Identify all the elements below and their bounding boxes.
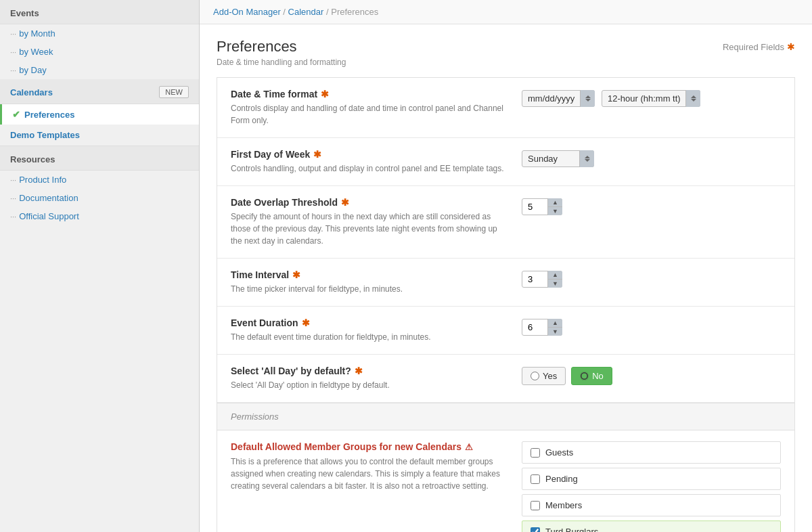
pending-checkbox-row[interactable]: Pending — [522, 468, 781, 490]
event-duration-input-wrapper: ▲ ▼ — [522, 319, 562, 336]
member-groups-label: Default Allowed Member Groups for new Ca… — [231, 441, 508, 452]
pending-checkbox[interactable] — [531, 474, 540, 484]
turd-burglars-checkbox[interactable] — [531, 527, 540, 533]
date-format-select[interactable]: mm/dd/yyyy dd/mm/yyyy yyyy/mm/dd — [522, 90, 595, 107]
sidebar-item-preferences[interactable]: ✔ Preferences — [0, 104, 199, 125]
sidebar-item-by-week[interactable]: ··· by Week — [0, 43, 199, 61]
required-star-icon: ✱ — [302, 317, 310, 328]
sidebar-item-documentation[interactable]: ··· Documentation — [0, 189, 199, 207]
first-day-label-block: First Day of Week ✱ Controls handling, o… — [231, 149, 522, 175]
breadcrumb-calendar[interactable]: Calendar — [288, 7, 324, 17]
guests-checkbox-row[interactable]: Guests — [522, 441, 781, 464]
required-fields-note: Required Fields ✱ — [723, 41, 795, 52]
time-interval-desc: The time picker interval for fieldtype, … — [231, 283, 508, 295]
select-all-day-controls: Yes No — [522, 365, 781, 385]
number-arrows: ▲ ▼ — [547, 319, 562, 336]
sidebar-item-by-day[interactable]: ··· by Day — [0, 61, 199, 79]
date-time-format-controls: mm/dd/yyyy dd/mm/yyyy yyyy/mm/dd — [522, 89, 781, 107]
resources-section-header: Resources — [0, 146, 199, 171]
event-duration-label: Event Duration ✱ — [231, 317, 508, 328]
dots-icon: ··· — [10, 48, 16, 56]
time-interval-label-block: Time Interval ✱ The time picker interval… — [231, 269, 522, 295]
decrement-button[interactable]: ▼ — [548, 207, 562, 215]
dots-icon: ··· — [10, 66, 16, 74]
time-interval-label: Time Interval ✱ — [231, 269, 508, 280]
member-groups-label-block: Default Allowed Member Groups for new Ca… — [231, 441, 522, 492]
permissions-section-header: Permissions — [217, 403, 794, 430]
all-day-yes-radio[interactable] — [531, 372, 539, 380]
members-checkbox[interactable] — [531, 501, 540, 510]
turd-burglars-checkbox-row[interactable]: Turd Burglars — [522, 520, 781, 532]
form-section: Date & Time format ✱ Controls display an… — [217, 77, 795, 532]
breadcrumb-sep1: / — [283, 7, 288, 17]
required-star-icon: ✱ — [355, 365, 363, 376]
required-star-icon: ✱ — [321, 89, 329, 99]
breadcrumb-current: Preferences — [331, 7, 378, 17]
events-section-header: Events — [0, 0, 199, 24]
select-all-day-label-block: Select 'All Day' by default? ✱ Select 'A… — [231, 365, 522, 391]
required-star-icon: ✱ — [787, 41, 795, 52]
dots-icon: ··· — [10, 30, 16, 38]
select-all-day-row: Select 'All Day' by default? ✱ Select 'A… — [217, 355, 794, 403]
all-day-no-option[interactable]: No — [571, 367, 612, 385]
date-overlap-threshold-row: Date Overlap Threshold ✱ Specify the amo… — [217, 186, 794, 259]
first-day-of-week-row: First Day of Week ✱ Controls handling, o… — [217, 138, 794, 186]
all-day-radio-group: Yes No — [522, 367, 612, 385]
date-time-format-row: Date & Time format ✱ Controls display an… — [217, 78, 794, 138]
decrement-button[interactable]: ▼ — [548, 328, 562, 336]
dots-icon: ··· — [10, 213, 16, 221]
sidebar-item-product-info[interactable]: ··· Product Info — [0, 171, 199, 189]
increment-button[interactable]: ▲ — [548, 319, 562, 328]
new-calendar-button[interactable]: NEW — [159, 86, 189, 98]
member-groups-desc: This is a preference that allows you to … — [231, 456, 508, 492]
date-overlap-controls: ▲ ▼ — [522, 197, 781, 215]
date-overlap-input-wrapper: ▲ ▼ — [522, 198, 562, 215]
time-format-select[interactable]: 12-hour (hh:mm tt) 24-hour (HH:mm) — [602, 90, 700, 107]
required-star-icon: ✱ — [313, 149, 321, 160]
increment-button[interactable]: ▲ — [548, 198, 562, 207]
event-duration-desc: The default event time duration for fiel… — [231, 331, 508, 343]
page-title: Preferences — [217, 38, 346, 56]
breadcrumb: Add-On Manager / Calendar / Preferences — [200, 0, 812, 24]
required-star-icon: ✱ — [292, 269, 300, 280]
date-time-format-label: Date & Time format ✱ — [231, 89, 508, 99]
date-overlap-desc: Specify the amount of hours in the next … — [231, 210, 508, 247]
all-day-no-radio[interactable] — [580, 372, 589, 380]
increment-button[interactable]: ▲ — [548, 271, 562, 280]
main-content: Add-On Manager / Calendar / Preferences … — [200, 0, 812, 532]
breadcrumb-addon-manager[interactable]: Add-On Manager — [213, 7, 281, 17]
dots-icon: ··· — [10, 176, 16, 184]
time-interval-input-wrapper: ▲ ▼ — [522, 271, 562, 288]
page-header: Preferences Date & time handling and for… — [217, 38, 795, 67]
select-all-day-desc: Select 'All Day' option in fieldtype by … — [231, 379, 508, 391]
date-overlap-label-block: Date Overlap Threshold ✱ Specify the amo… — [231, 197, 522, 247]
calendars-nav-title[interactable]: Calendars — [10, 87, 53, 97]
page-title-block: Preferences Date & time handling and for… — [217, 38, 346, 67]
sidebar-item-demo-templates[interactable]: Demo Templates — [0, 125, 199, 146]
sidebar-item-official-support[interactable]: ··· Official Support — [0, 207, 199, 225]
check-icon: ✔ — [12, 109, 20, 120]
first-day-select[interactable]: Sunday Monday Tuesday Wednesday Thursday… — [522, 150, 594, 167]
all-day-yes-option[interactable]: Yes — [522, 367, 566, 385]
sidebar: Events ··· by Month ··· by Week ··· by D… — [0, 0, 200, 532]
time-interval-controls: ▲ ▼ — [522, 269, 781, 288]
members-checkbox-row[interactable]: Members — [522, 494, 781, 516]
content-area: Preferences Date & time handling and for… — [200, 24, 812, 532]
dots-icon: ··· — [10, 194, 16, 202]
number-arrows: ▲ ▼ — [547, 271, 562, 288]
member-groups-row: Default Allowed Member Groups for new Ca… — [217, 430, 794, 532]
warning-icon: ⚠ — [465, 442, 473, 452]
calendars-header: Calendars NEW — [0, 79, 199, 104]
date-overlap-label: Date Overlap Threshold ✱ — [231, 197, 508, 208]
event-duration-row: Event Duration ✱ The default event time … — [217, 307, 794, 355]
decrement-button[interactable]: ▼ — [548, 280, 562, 288]
number-arrows: ▲ ▼ — [547, 198, 562, 215]
sidebar-item-by-month[interactable]: ··· by Month — [0, 24, 199, 43]
member-groups-checkboxes: Guests Pending Members Turd Burglar — [522, 441, 781, 532]
time-format-select-wrapper: 12-hour (hh:mm tt) 24-hour (HH:mm) — [602, 90, 700, 107]
date-format-select-wrapper: mm/dd/yyyy dd/mm/yyyy yyyy/mm/dd — [522, 90, 595, 107]
time-interval-row: Time Interval ✱ The time picker interval… — [217, 259, 794, 307]
date-time-format-desc: Controls display and handling of date an… — [231, 102, 508, 127]
guests-checkbox[interactable] — [531, 448, 540, 458]
required-star-icon: ✱ — [341, 197, 349, 208]
